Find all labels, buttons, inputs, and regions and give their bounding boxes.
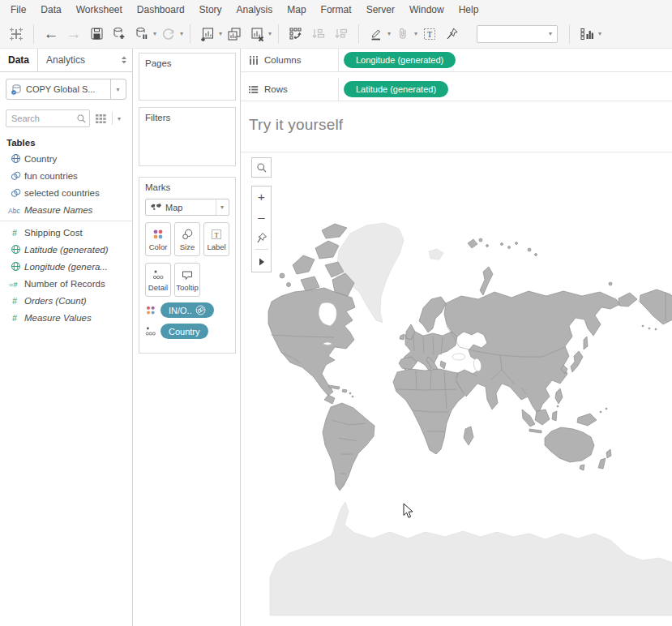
sort-descending-button[interactable]: [330, 23, 353, 45]
field-number-of-records[interactable]: =# Number of Records: [0, 275, 132, 292]
duplicate-sheet-button[interactable]: [223, 23, 246, 45]
label-button[interactable]: T Label: [203, 222, 229, 256]
menu-dashboard[interactable]: Dashboard: [130, 4, 192, 15]
toolbar-divider: [278, 24, 279, 44]
dropdown-caret-icon[interactable]: ▾: [387, 30, 391, 37]
rows-shelf[interactable]: Rows Latitude (generated): [241, 78, 672, 101]
undo-button[interactable]: ←: [40, 23, 62, 45]
pane-sort-icon[interactable]: [121, 49, 132, 71]
dropdown-caret-icon[interactable]: ▾: [180, 30, 183, 37]
color-button[interactable]: Color: [145, 222, 171, 256]
globe-icon: [6, 261, 24, 272]
map-tools-expand-button[interactable]: [252, 251, 271, 272]
menu-window[interactable]: Window: [402, 4, 452, 15]
new-data-source-button[interactable]: [108, 23, 131, 45]
toolbar-divider: [358, 24, 359, 44]
menu-format[interactable]: Format: [314, 4, 359, 15]
field-latitude-generated[interactable]: Latitude (generated): [0, 241, 132, 258]
equals-hash-icon: =#: [6, 279, 24, 289]
size-button[interactable]: Size: [174, 222, 200, 256]
datasource-caret[interactable]: ▾: [110, 79, 126, 99]
detail-button[interactable]: Detail: [145, 263, 171, 297]
marks-card-title: Marks: [145, 182, 170, 192]
globe-icon: [6, 153, 24, 164]
swap-rows-columns-button[interactable]: [285, 23, 307, 45]
dropdown-caret-icon[interactable]: ▾: [598, 30, 601, 37]
sheet-title: Try it yourself: [241, 101, 672, 134]
toolbar-divider: [33, 24, 34, 44]
show-me-button[interactable]: [576, 23, 598, 45]
menu-server[interactable]: Server: [359, 4, 402, 15]
field-orders-count[interactable]: # Orders (Count): [0, 292, 132, 309]
continent-south-america: [323, 403, 375, 491]
filters-card[interactable]: Filters: [139, 107, 236, 166]
menu-data[interactable]: Data: [33, 4, 68, 15]
redo-arrow-icon: →: [66, 26, 82, 41]
run-update-button[interactable]: [157, 23, 180, 45]
sort-descending-icon: [333, 26, 349, 42]
dropdown-caret-icon[interactable]: ▾: [118, 115, 121, 122]
field-shipping-cost[interactable]: # Shipping Cost: [0, 224, 132, 241]
new-worksheet-button[interactable]: [196, 23, 219, 45]
field-selected-countries[interactable]: selected countries: [0, 184, 132, 201]
toolbar: ← → ▾ ▾: [0, 19, 672, 49]
show-mark-labels-button[interactable]: T: [418, 23, 441, 45]
map-search-button[interactable]: [251, 157, 272, 178]
pill-country[interactable]: Country: [161, 324, 208, 339]
dropdown-caret-icon[interactable]: ▾: [219, 30, 222, 37]
menu-map[interactable]: Map: [280, 4, 313, 15]
world-map: [244, 152, 672, 626]
save-icon: [89, 26, 105, 41]
menu-help[interactable]: Help: [452, 4, 486, 15]
pushpin-icon: [256, 232, 268, 243]
datasource-selector[interactable]: COPY Global S... ▾: [6, 79, 126, 100]
search-box: [6, 109, 90, 127]
tableau-logo-icon[interactable]: [5, 23, 28, 45]
mark-type-selector[interactable]: Map ▾: [145, 199, 229, 216]
fix-axes-button[interactable]: [441, 23, 464, 45]
field-longitude-generated[interactable]: Longitude (genera...: [0, 258, 132, 275]
tooltip-button[interactable]: Tooltip: [174, 263, 200, 297]
antarctica: [270, 502, 672, 615]
zoom-out-button[interactable]: –: [252, 207, 271, 227]
redo-button[interactable]: →: [62, 23, 85, 45]
zoom-home-button[interactable]: [252, 227, 271, 247]
rows-label: Rows: [264, 84, 288, 94]
tab-analytics[interactable]: Analytics: [38, 49, 93, 71]
clear-sheet-button[interactable]: [246, 23, 268, 45]
dropdown-caret-icon[interactable]: ▾: [153, 30, 156, 37]
field-measure-values[interactable]: # Measure Values: [0, 309, 132, 326]
mark-type-value: Map: [165, 203, 216, 212]
continent-africa: [393, 369, 464, 454]
zoom-in-button[interactable]: +: [252, 187, 271, 207]
save-button[interactable]: [85, 23, 108, 45]
group-members-button[interactable]: [392, 23, 414, 45]
dropdown-caret-icon[interactable]: ▾: [414, 30, 417, 37]
map-view[interactable]: + –: [241, 152, 672, 626]
pages-card[interactable]: Pages: [139, 53, 236, 101]
columns-shelf[interactable]: Columns Longitude (generated): [241, 49, 672, 72]
field-measure-names[interactable]: Abc Measure Names: [0, 201, 132, 218]
sort-ascending-icon: [310, 26, 327, 42]
pill-latitude-generated[interactable]: Latitude (generated): [344, 81, 448, 97]
tab-data[interactable]: Data: [0, 49, 38, 71]
divider: [112, 112, 113, 125]
view-as-grid-icon[interactable]: [96, 114, 106, 123]
toolbar-divider: [190, 24, 190, 44]
dropdown-caret-icon[interactable]: ▾: [268, 30, 272, 37]
pill-longitude-generated[interactable]: Longitude (generated): [344, 52, 456, 68]
field-country[interactable]: Country: [0, 150, 132, 167]
pill-in-out-set[interactable]: IN/O..: [161, 302, 214, 318]
pause-auto-updates-button[interactable]: [131, 23, 153, 45]
size-circles-icon: [181, 228, 194, 241]
menu-story[interactable]: Story: [192, 4, 229, 15]
menu-analysis[interactable]: Analysis: [229, 4, 280, 15]
tooltip-bubble-icon: [181, 268, 194, 281]
sort-ascending-button[interactable]: [307, 23, 330, 45]
continent-asia: [444, 291, 620, 414]
highlight-button[interactable]: [365, 23, 387, 45]
field-fun-countries[interactable]: fun countries: [0, 167, 132, 184]
menu-worksheet[interactable]: Worksheet: [69, 4, 130, 15]
fit-selector[interactable]: ▾: [477, 25, 558, 43]
menu-file[interactable]: File: [3, 4, 33, 15]
